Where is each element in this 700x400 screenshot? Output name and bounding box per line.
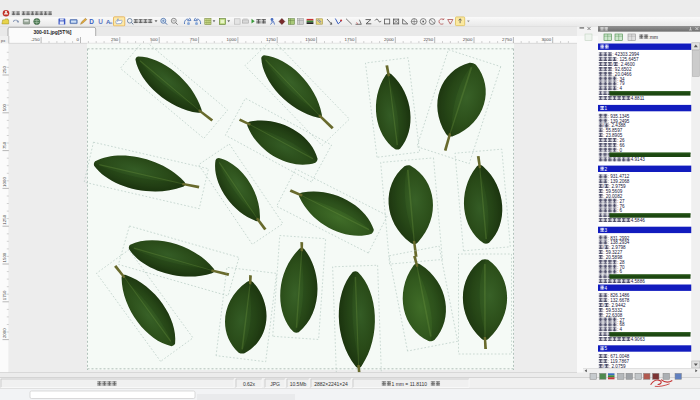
- svg-text:3: 3: [605, 228, 608, 233]
- svg-text:1000: 1000: [227, 37, 237, 42]
- svg-text::mm: :mm: [649, 35, 658, 40]
- svg-text:4: 4: [605, 286, 608, 291]
- svg-text:U: U: [98, 18, 103, 25]
- svg-text:2750: 2750: [502, 37, 512, 42]
- svg-text:px: px: [1, 38, 5, 43]
- svg-text:500: 500: [150, 37, 158, 42]
- svg-text:0.62x: 0.62x: [243, 381, 256, 387]
- svg-text:4.9143: 4.9143: [631, 157, 645, 162]
- svg-text:250: 250: [2, 66, 7, 74]
- svg-text:3000: 3000: [541, 37, 551, 42]
- svg-text:2000: 2000: [384, 37, 394, 42]
- svg-text:1750: 1750: [345, 37, 355, 42]
- svg-text:2000: 2000: [2, 328, 7, 338]
- svg-text:: 6: : 6: [617, 208, 623, 213]
- svg-text:750: 750: [190, 37, 198, 42]
- svg-text:1500: 1500: [2, 252, 7, 262]
- svg-text:1000: 1000: [2, 177, 7, 187]
- svg-text:: 0: : 0: [617, 148, 623, 153]
- svg-text:: 6: : 6: [617, 269, 623, 274]
- svg-text:1750: 1750: [2, 290, 7, 300]
- svg-text:2: 2: [605, 167, 608, 172]
- svg-text:10.5Mb: 10.5Mb: [290, 381, 307, 387]
- svg-text:4.9063: 4.9063: [631, 337, 645, 342]
- svg-text:4.5886: 4.5886: [631, 279, 645, 284]
- svg-text:1 mm = 11.8110: 1 mm = 11.8110: [391, 381, 427, 387]
- svg-text:750: 750: [2, 141, 7, 149]
- svg-text:500: 500: [2, 103, 7, 111]
- svg-text:5: 5: [605, 346, 608, 351]
- svg-text:-250: -250: [31, 37, 40, 42]
- svg-text:250: 250: [111, 37, 119, 42]
- svg-text:2250: 2250: [423, 37, 433, 42]
- svg-text:1500: 1500: [305, 37, 315, 42]
- svg-text:: 4: : 4: [617, 86, 623, 91]
- svg-text:300-01.jpg[5T%]: 300-01.jpg[5T%]: [33, 29, 71, 35]
- svg-text:1250: 1250: [266, 37, 276, 42]
- svg-text:2500: 2500: [463, 37, 473, 42]
- svg-text:1: 1: [605, 106, 608, 111]
- svg-text:D: D: [89, 18, 94, 25]
- svg-text:4.5846: 4.5846: [631, 218, 645, 223]
- svg-text:4.8811: 4.8811: [631, 96, 645, 101]
- svg-text:JPG: JPG: [270, 381, 280, 387]
- svg-text:2882×2241×24: 2882×2241×24: [314, 381, 348, 387]
- svg-text:1250: 1250: [2, 214, 7, 224]
- svg-text:: 4: : 4: [617, 327, 623, 332]
